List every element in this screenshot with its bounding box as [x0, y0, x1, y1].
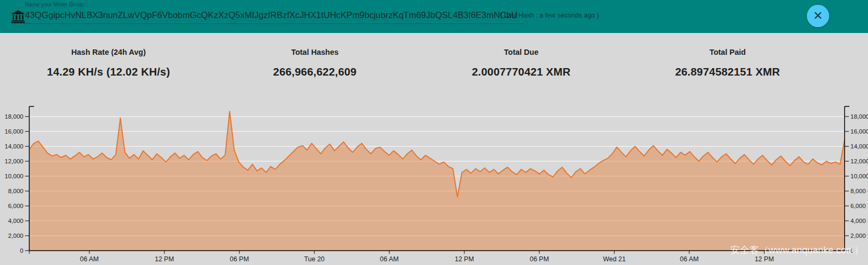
- stat-value: 2.0007770421 XMR: [418, 65, 624, 78]
- stat-label: Total Due: [418, 48, 624, 56]
- close-icon: ✕: [813, 10, 823, 22]
- svg-text:06 AM: 06 AM: [380, 255, 398, 263]
- stat-value: 14.29 KH/s (12.02 KH/s): [5, 65, 212, 78]
- watermark-text: 安全客（www.anquanke.com）: [730, 244, 864, 256]
- header-bar: Name your Miner Group ( Last Hash : a fe…: [0, 0, 868, 33]
- svg-text:18,000: 18,000: [5, 113, 23, 120]
- svg-text:4,000: 4,000: [850, 218, 866, 224]
- svg-text:12,000: 12,000: [850, 158, 868, 164]
- svg-text:6,000: 6,000: [850, 203, 866, 209]
- svg-text:18,000: 18,000: [850, 113, 868, 120]
- hashrate-area-chart-canvas[interactable]: 002,0002,0004,0004,0006,0006,0008,0008,0…: [0, 96, 868, 265]
- svg-text:10,000: 10,000: [5, 173, 23, 179]
- wallet-address-input[interactable]: [25, 9, 524, 24]
- svg-text:10,000: 10,000: [850, 173, 868, 179]
- close-button[interactable]: ✕: [807, 5, 829, 27]
- svg-text:06 AM: 06 AM: [80, 255, 98, 263]
- hashrate-chart[interactable]: 002,0002,0004,0004,0006,0006,0008,0008,0…: [0, 96, 868, 265]
- wallet-address-field-wrap: [25, 9, 524, 24]
- bank-icon: [11, 9, 26, 24]
- svg-text:2,000: 2,000: [850, 233, 866, 239]
- stat-label: Hash Rate (24h Avg): [5, 48, 212, 56]
- svg-text:4,000: 4,000: [8, 218, 23, 224]
- svg-text:6,000: 6,000: [8, 203, 23, 209]
- stat-total-due: Total Due 2.0007770421 XMR: [418, 48, 624, 97]
- svg-text:12 PM: 12 PM: [455, 255, 474, 263]
- svg-text:12,000: 12,000: [5, 158, 23, 164]
- svg-text:0: 0: [20, 247, 23, 254]
- stat-total-hashes: Total Hashes 266,966,622,609: [212, 48, 418, 97]
- svg-text:06 AM: 06 AM: [680, 255, 698, 263]
- last-hash-status: ( Last Hash : a few seconds ago ): [500, 12, 596, 19]
- stats-row: Hash Rate (24h Avg) 14.29 KH/s (12.02 KH…: [0, 33, 868, 97]
- svg-text:Tue 20: Tue 20: [304, 255, 325, 263]
- svg-text:06 PM: 06 PM: [530, 255, 549, 263]
- stat-label: Total Paid: [624, 48, 831, 56]
- svg-text:2,000: 2,000: [8, 233, 23, 239]
- svg-text:8,000: 8,000: [8, 188, 23, 194]
- stat-label: Total Hashes: [212, 48, 418, 56]
- stat-value: 266,966,622,609: [212, 65, 418, 78]
- miner-group-label: Name your Miner Group: [25, 2, 84, 7]
- svg-text:8,000: 8,000: [850, 188, 866, 194]
- svg-text:14,000: 14,000: [5, 143, 23, 150]
- svg-text:12 PM: 12 PM: [755, 255, 774, 263]
- svg-text:16,000: 16,000: [5, 128, 23, 135]
- stat-total-paid: Total Paid 26.8974582151 XMR: [624, 48, 831, 97]
- svg-text:Wed 21: Wed 21: [603, 255, 626, 263]
- stat-value: 26.8974582151 XMR: [624, 65, 831, 78]
- svg-text:06 PM: 06 PM: [230, 255, 249, 263]
- svg-text:14,000: 14,000: [850, 143, 868, 150]
- svg-text:16,000: 16,000: [850, 128, 868, 135]
- svg-text:12 PM: 12 PM: [155, 255, 174, 263]
- stat-hash-rate: Hash Rate (24h Avg) 14.29 KH/s (12.02 KH…: [5, 48, 212, 97]
